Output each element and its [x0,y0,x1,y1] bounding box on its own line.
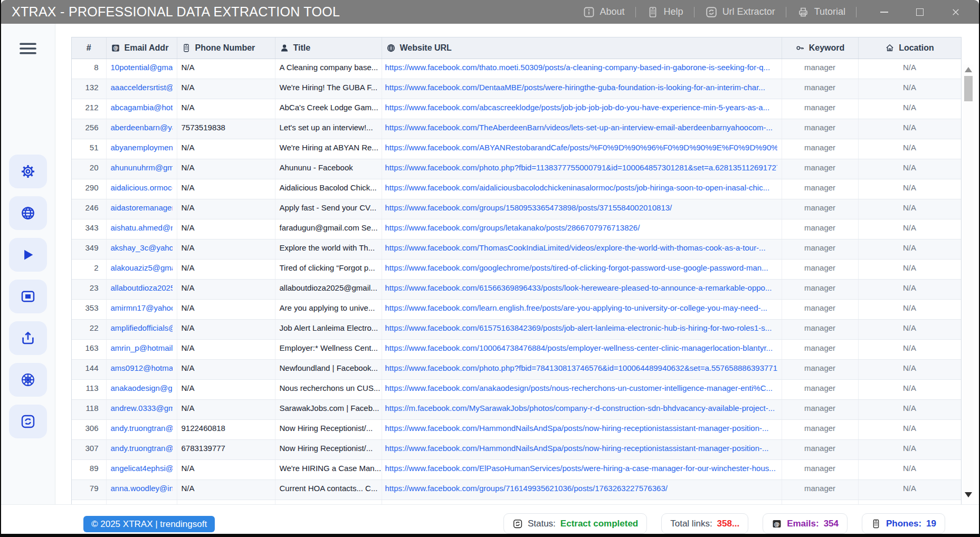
table-row[interactable]: 306andy.truongtran@ya9122460818Now Hirin… [72,419,961,439]
url-link[interactable]: https://www.facebook.com/groups/15809533… [385,203,777,213]
email-link[interactable]: 10potential@gmail.c [111,62,173,72]
url-link[interactable]: https://www.facebook.com/anakaodesign/po… [385,383,777,393]
url-link[interactable]: https://www.facebook.com/abcascreeklodge… [385,102,777,112]
email-link[interactable]: amplifiedofficials@g [111,323,173,333]
table-row[interactable]: 51abyanemployment@N/AWe're Hiring at ABY… [72,139,961,159]
menu-item-about[interactable]: About [579,4,628,21]
copyright-button[interactable]: © 2025 XTRAX | trendingsoft [83,516,215,532]
sidebar-start-button[interactable] [9,238,47,272]
email-link[interactable]: aidastoremanager@ [111,203,173,213]
url-link[interactable]: https://www.facebook.com/DentaaMBE/posts… [385,82,777,92]
maximize-button[interactable] [914,6,926,18]
close-button[interactable] [949,6,962,18]
url-link[interactable]: https://www.facebook.com/ThomasCookIndia… [385,243,777,253]
stat-label: Status: [528,519,556,529]
table-row[interactable]: 144ams0912@hotmail.cN/ANewfoundland | Fa… [72,359,961,379]
scrollbar-thumb[interactable] [964,76,973,101]
menu-item-url-extractor[interactable]: Url Extractor [702,4,778,21]
table-row[interactable]: 22amplifiedofficials@gN/AJob Alert Lanle… [72,319,961,339]
table-row[interactable]: 113anakaodesign@gmaN/ANous recherchons u… [72,379,961,399]
menu-item-help[interactable]: Help [643,4,687,21]
email-link[interactable]: aidalicious.ormoc@y [111,183,173,193]
email-link[interactable]: anna.woodley@infra [111,483,173,493]
table-row[interactable]: 23allaboutdioza2025@N/Aallaboutdioza2025… [72,279,961,299]
email-link[interactable]: abyanemployment@ [111,142,173,152]
table-row[interactable]: 118andrew.0333@gmaiN/ASarawakJobs.com | … [72,399,961,419]
column-header-phone[interactable]: Phone Number [177,37,275,59]
table-row[interactable]: 353amirmn17@yahoo.cN/AAre you applying t… [72,299,961,319]
url-link[interactable]: https://www.facebook.com/googlechrome/po… [385,263,777,273]
url-link[interactable]: https://www.facebook.com/thato.moeti.503… [385,62,777,72]
sidebar-web-button[interactable] [9,363,47,397]
sidebar-refresh-button[interactable] [9,405,47,438]
url-link[interactable]: https://www.facebook.com/HammondNailsAnd… [385,423,777,433]
table-row[interactable]: 132aaacceldersrtist@gnN/AWe're Hiring! T… [72,79,961,99]
url-link[interactable]: https://www.facebook.com/photo.php?fbid=… [385,162,777,172]
num-text: 23 [90,283,99,292]
location-cell: N/A [858,459,961,480]
url-link[interactable]: https://www.facebook.com/ABYANRestobaran… [385,142,777,152]
table-row[interactable]: 212abcagambia@hotmaN/AAbCa's Creek Lodge… [72,99,961,119]
column-header-title[interactable]: Title [275,37,382,59]
email-link[interactable]: aishatu.ahmed@nas [111,223,173,233]
email-link[interactable]: abcagambia@hotma [111,102,173,112]
vertical-scrollbar[interactable] [963,64,974,500]
email-link[interactable]: alakouaziz5@gmail. [111,263,173,273]
sidebar-settings-button[interactable] [9,155,47,188]
email-link[interactable]: ams0912@hotmail.c [111,363,173,373]
url-link[interactable]: https://www.facebook.com/ElPasoHumanServ… [385,463,777,473]
column-header-location[interactable]: Location [858,37,961,59]
table-row[interactable]: 290aidalicious.ormoc@yN/AAidalicious Bac… [72,179,961,199]
email-link[interactable]: allaboutdioza2025@ [111,283,173,293]
table-row[interactable]: 810potential@gmail.cN/AA Cleaning compan… [72,59,961,79]
table-row[interactable]: 163amrin_p@hotmail.ccN/AEmployer:* Welln… [72,339,961,359]
email-link[interactable]: ahununuhrm@gmai [111,162,173,172]
column-header-keyword[interactable]: Keyword [782,37,858,59]
email-link[interactable]: aberdeenbarn@yaho [111,122,173,132]
url-link[interactable]: https://www.facebook.com/aidaliciousbaco… [385,183,777,193]
scroll-down-arrow[interactable] [964,491,973,499]
scroll-up-arrow[interactable] [964,65,973,74]
table-row[interactable]: 79anna.woodley@infraN/ACurrent HOA conta… [72,480,961,500]
url-link[interactable]: https://www.facebook.com/100064738476884… [385,343,777,353]
table-row[interactable]: 246aidastoremanager@N/AApply fast - Send… [72,199,961,219]
url-link[interactable]: https://www.facebook.com/photo.php?fbid=… [385,363,777,373]
url-link[interactable]: https://www.facebook.com/groups/letakana… [385,223,777,233]
url-link[interactable]: https://www.facebook.com/learn.english.f… [385,303,777,313]
url-link[interactable]: https://www.facebook.com/61575163842369/… [385,323,777,333]
minimize-button[interactable] [878,6,890,18]
sidebar-browser-button[interactable] [9,196,47,230]
table-row[interactable]: 89angelicat4ephsi@gnN/AWe're HIRING a Ca… [72,459,961,480]
menu-separator [694,7,694,17]
column-header-content: Phone Number [182,43,271,53]
url-cell: https://www.facebook.com/groups/71614993… [382,480,782,500]
table-row[interactable]: 307andy.truongtran@ya6783139777Now Hirin… [72,439,961,459]
column-header-email[interactable]: @Email Addr [106,37,177,59]
url-link[interactable]: https://m.facebook.com/MySarawakJobs/pho… [385,403,777,413]
keyword-cell: manager [782,279,858,299]
sidebar-export-button[interactable] [9,321,47,355]
sidebar-stop-button[interactable] [9,280,47,313]
table-row[interactable]: 2alakouaziz5@gmail.N/ATired of clicking … [72,259,961,279]
menu-item-tutorial[interactable]: Tutorial [794,4,849,21]
column-header-url[interactable]: Website URL [382,37,782,59]
table-row[interactable]: 20ahununuhrm@gmaiN/AAhununu - Facebookht… [72,159,961,179]
email-link[interactable]: amrin_p@hotmail.cc [111,343,173,353]
email-link[interactable]: aaacceldersrtist@gn [111,82,173,92]
table-row[interactable]: 256aberdeenbarn@yaho7573519838Let's set … [72,119,961,139]
menu-toggle-button[interactable] [16,37,40,60]
email-link[interactable]: andrew.0333@gmai [111,403,173,413]
email-link[interactable]: anakaodesign@gma [111,383,173,393]
url-link[interactable]: https://www.facebook.com/61566369896433/… [385,283,777,293]
column-header-num[interactable]: # [72,37,106,59]
url-link[interactable]: https://www.facebook.com/groups/71614993… [385,483,777,493]
email-link[interactable]: andy.truongtran@ya [111,423,173,433]
url-link[interactable]: https://www.facebook.com/TheAberdeenBarn… [385,122,777,132]
email-link[interactable]: angelicat4ephsi@gn [111,463,173,473]
email-link[interactable]: amirmn17@yahoo.c [111,303,173,313]
table-row[interactable]: 343aishatu.ahmed@nasN/Afaradugun@gmail.c… [72,219,961,239]
url-link[interactable]: https://www.facebook.com/HammondNailsAnd… [385,443,777,453]
email-link[interactable]: akshay_3c@yahoo.c [111,243,173,253]
table-row[interactable]: 349akshay_3c@yahoo.cN/AExplore the world… [72,239,961,259]
email-link[interactable]: andy.truongtran@ya [111,443,173,453]
